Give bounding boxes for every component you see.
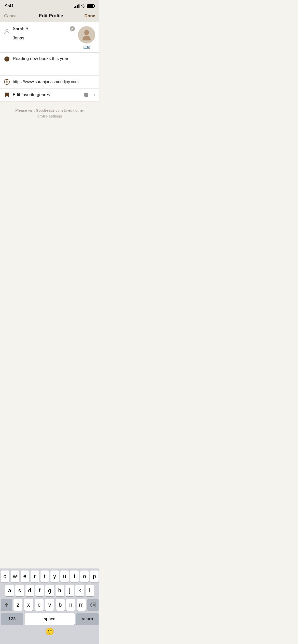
- last-name-field[interactable]: Jonas: [13, 36, 75, 41]
- nav-bar: Cancel Edit Profile Done: [0, 10, 99, 22]
- info-icon: i: [4, 56, 10, 62]
- bio-section: i Reading new books this year: [0, 53, 99, 76]
- svg-point-1: [84, 30, 89, 35]
- avatar-edit-button[interactable]: Edit: [83, 45, 90, 49]
- toggle-indicator: [84, 93, 88, 97]
- wifi-icon: [81, 4, 86, 8]
- compass-icon: [4, 79, 10, 85]
- svg-text:i: i: [6, 57, 7, 61]
- hint-text: Please visit Goodreads.com to edit other…: [0, 101, 99, 125]
- page-title: Edit Profile: [39, 13, 63, 19]
- bookmark-icon: [4, 92, 10, 98]
- signal-bars-icon: [74, 4, 79, 8]
- website-url[interactable]: https://www.sarahjonasmoodjoy.com: [13, 80, 78, 84]
- avatar: [78, 26, 95, 43]
- edit-profile-content: Jonas Edit i Reading new books this year: [0, 22, 99, 125]
- person-icon: [4, 29, 10, 34]
- website-row: https://www.sarahjonasmoodjoy.com: [0, 76, 99, 89]
- status-icons: [74, 4, 94, 8]
- status-bar: 9:41: [0, 0, 99, 10]
- done-button[interactable]: Done: [85, 13, 96, 19]
- first-name-input[interactable]: [13, 26, 70, 31]
- clear-first-name-button[interactable]: [70, 26, 75, 31]
- profile-section: Jonas Edit: [0, 22, 99, 53]
- status-time: 9:41: [5, 4, 14, 9]
- svg-marker-10: [6, 80, 8, 82]
- svg-point-0: [6, 30, 8, 32]
- cancel-button[interactable]: Cancel: [4, 13, 18, 19]
- svg-marker-11: [6, 82, 8, 84]
- genres-row[interactable]: Edit favorite genres ›: [0, 89, 99, 101]
- first-name-row: [13, 26, 75, 33]
- genres-chevron-icon: ›: [94, 93, 95, 97]
- profile-name-fields: Jonas: [13, 26, 75, 41]
- bio-text[interactable]: Reading new books this year: [13, 56, 95, 61]
- battery-icon: [87, 4, 94, 8]
- avatar-area: Edit: [78, 26, 95, 49]
- genres-label: Edit favorite genres: [13, 92, 81, 97]
